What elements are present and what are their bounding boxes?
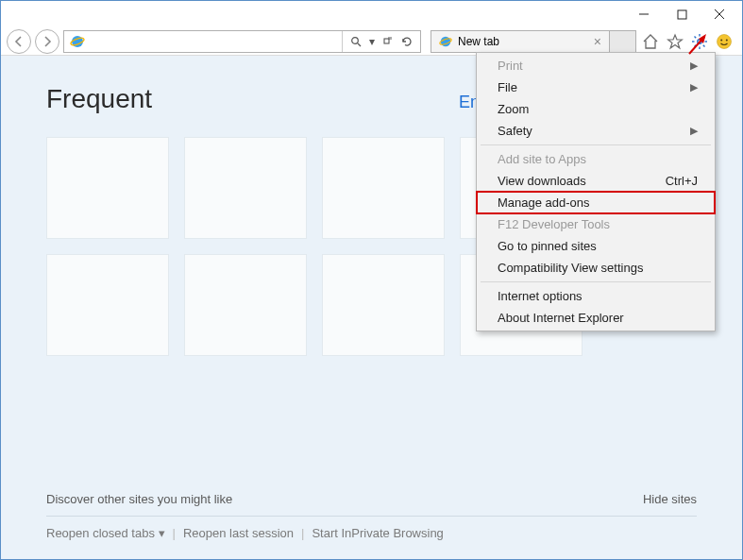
menu-internet-options[interactable]: Internet options — [477, 285, 715, 307]
tab-new-tab[interactable]: New tab × — [431, 30, 610, 53]
discover-link[interactable]: Discover other sites you might like — [46, 492, 232, 506]
separator: | — [173, 526, 176, 540]
menu-pinned-sites[interactable]: Go to pinned sites — [477, 235, 715, 257]
nav-forward-button[interactable] — [35, 29, 59, 54]
menu-zoom[interactable]: Zoom — [477, 98, 715, 120]
frequent-tile[interactable] — [184, 254, 307, 356]
svg-point-21 — [720, 39, 722, 41]
frequent-tile[interactable] — [184, 137, 307, 239]
chevron-right-icon: ▶ — [690, 59, 698, 72]
menu-add-site-to-apps[interactable]: Add site to Apps — [477, 148, 715, 170]
address-input[interactable] — [91, 31, 342, 52]
tab-close-icon[interactable]: × — [594, 34, 601, 49]
svg-point-6 — [352, 37, 359, 43]
refresh-icon[interactable] — [399, 36, 414, 47]
bottom-links: Discover other sites you might like Hide… — [46, 477, 697, 540]
menu-safety[interactable]: Safety▶ — [477, 120, 715, 142]
svg-rect-1 — [678, 10, 686, 19]
frequent-tile[interactable] — [322, 137, 445, 239]
svg-point-22 — [726, 39, 728, 41]
menu-compat-view[interactable]: Compatibility View settings — [477, 257, 715, 279]
svg-line-7 — [358, 43, 361, 46]
close-button[interactable] — [701, 3, 738, 25]
svg-point-20 — [718, 34, 732, 48]
menu-f12-tools[interactable]: F12 Developer Tools — [477, 213, 715, 235]
svg-line-16 — [695, 36, 697, 38]
compat-icon[interactable] — [380, 36, 396, 47]
svg-line-19 — [695, 44, 697, 46]
tab-bar: New tab × — [431, 30, 636, 53]
chevron-right-icon: ▶ — [690, 125, 698, 137]
maximize-button[interactable] — [663, 3, 701, 25]
reopen-last-session-link[interactable]: Reopen last session — [183, 526, 294, 540]
chevron-down-icon: ▾ — [159, 526, 165, 540]
svg-point-11 — [698, 39, 701, 42]
frequent-tile[interactable] — [322, 254, 445, 356]
hide-sites-link[interactable]: Hide sites — [643, 492, 697, 506]
shortcut-label: Ctrl+J — [666, 174, 698, 188]
search-icon[interactable] — [348, 36, 363, 47]
minimize-button[interactable] — [625, 3, 663, 25]
menu-view-downloads[interactable]: View downloadsCtrl+J — [477, 170, 715, 192]
search-dropdown-icon[interactable]: ▾ — [367, 35, 377, 48]
start-inprivate-link[interactable]: Start InPrivate Browsing — [312, 526, 443, 540]
address-tools: ▾ — [342, 31, 420, 52]
new-tab-button[interactable] — [610, 30, 636, 53]
svg-line-18 — [703, 36, 705, 38]
reopen-closed-tabs-link[interactable]: Reopen closed tabs ▾ — [46, 526, 165, 540]
menu-separator — [481, 281, 711, 282]
nav-back-button[interactable] — [7, 29, 31, 54]
separator: | — [301, 526, 304, 540]
ie-logo-icon — [439, 35, 452, 48]
menu-file[interactable]: File▶ — [477, 76, 715, 98]
tools-gear-icon[interactable] — [689, 31, 710, 52]
menu-separator — [481, 144, 711, 145]
window-titlebar — [1, 1, 742, 27]
toolbar-right — [640, 31, 736, 52]
address-bar: ▾ — [63, 30, 421, 53]
menu-print[interactable]: Print▶ — [477, 55, 715, 76]
svg-rect-8 — [384, 39, 389, 43]
smiley-icon[interactable] — [714, 31, 735, 52]
chevron-right-icon: ▶ — [690, 81, 698, 93]
menu-about-ie[interactable]: About Internet Explorer — [477, 307, 715, 329]
ie-logo-icon — [68, 32, 87, 51]
svg-line-17 — [703, 44, 705, 46]
tools-menu: Print▶ File▶ Zoom Safety▶ Add site to Ap… — [476, 52, 716, 331]
tab-title: New tab — [458, 35, 588, 48]
favorites-icon[interactable] — [665, 31, 685, 52]
frequent-tile[interactable] — [46, 137, 169, 239]
menu-manage-addons[interactable]: Manage add-ons — [477, 192, 715, 213]
frequent-heading: Frequent — [46, 84, 152, 114]
frequent-tile[interactable] — [46, 254, 169, 356]
home-icon[interactable] — [640, 31, 661, 52]
